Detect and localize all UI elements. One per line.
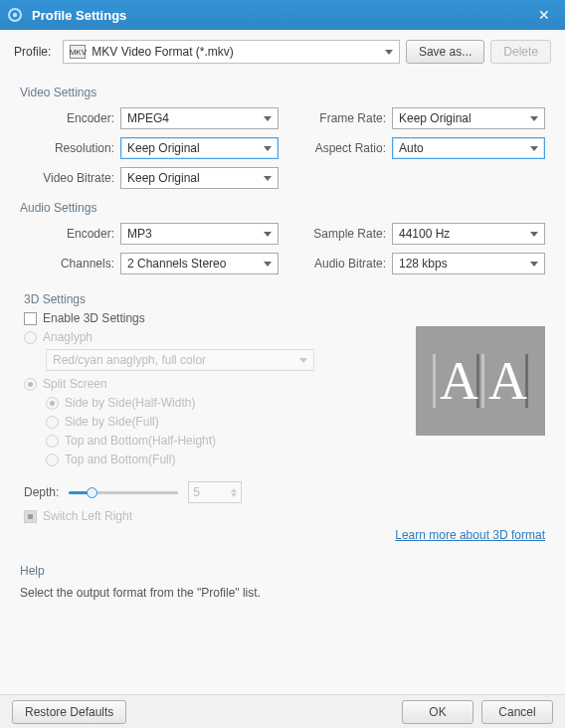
video-encoder-label: Encoder: — [20, 111, 114, 125]
chevron-down-icon — [264, 232, 272, 237]
chevron-down-icon — [264, 262, 272, 267]
profile-value: MKV Video Format (*.mkv) — [92, 45, 385, 59]
anaglyph-radio — [24, 331, 37, 344]
video-group-title: Video Settings — [20, 86, 545, 99]
restore-defaults-button[interactable]: Restore Defaults — [12, 700, 126, 724]
chevron-down-icon — [530, 232, 538, 237]
depth-row: Depth: 5 — [24, 481, 545, 503]
help-group-title: Help — [20, 564, 545, 578]
switch-left-right-row: Switch Left Right — [24, 509, 545, 523]
chevron-down-icon — [264, 176, 272, 181]
three-d-preview: A A — [416, 326, 545, 436]
audio-bitrate-label: Audio Bitrate: — [296, 257, 386, 271]
profile-select[interactable]: MKV MKV Video Format (*.mkv) — [63, 40, 400, 64]
chevron-down-icon — [299, 358, 307, 363]
delete-button: Delete — [490, 40, 551, 64]
resolution-label: Resolution: — [20, 141, 114, 155]
sbs-full-row: Side by Side(Full) — [46, 415, 398, 429]
spin-down-icon — [231, 493, 237, 497]
svg-point-1 — [13, 13, 17, 17]
depth-slider[interactable] — [69, 485, 178, 499]
frame-rate-select[interactable]: Keep Original — [392, 107, 545, 129]
preview-letter: A — [433, 354, 479, 408]
resolution-select[interactable]: Keep Original — [120, 137, 279, 159]
profile-label: Profile: — [14, 45, 51, 59]
audio-encoder-label: Encoder: — [20, 227, 114, 241]
profile-row: Profile: MKV MKV Video Format (*.mkv) Sa… — [0, 30, 565, 70]
anaglyph-label: Anaglyph — [43, 330, 93, 344]
anaglyph-type-select: Red/cyan anaglyph, full color — [46, 349, 314, 371]
profile-settings-window: Profile Settings ✕ Profile: MKV MKV Vide… — [0, 0, 565, 728]
spin-up-icon — [231, 488, 237, 492]
depth-spinner: 5 — [188, 481, 242, 503]
save-as-button[interactable]: Save as... — [406, 40, 484, 64]
chevron-down-icon — [385, 50, 393, 55]
titlebar: Profile Settings ✕ — [0, 0, 565, 30]
learn-more-link[interactable]: Learn more about 3D format — [395, 528, 545, 542]
cancel-button[interactable]: Cancel — [481, 700, 553, 724]
tb-full-radio — [46, 454, 59, 466]
aspect-ratio-select[interactable]: Auto — [392, 137, 545, 159]
chevron-down-icon — [264, 146, 272, 151]
chevron-down-icon — [530, 262, 538, 267]
close-button[interactable]: ✕ — [529, 3, 559, 27]
video-encoder-select[interactable]: MPEG4 — [120, 107, 279, 129]
help-text: Select the output format from the "Profi… — [20, 586, 545, 600]
channels-label: Channels: — [20, 257, 114, 271]
split-screen-label: Split Screen — [43, 377, 107, 391]
mkv-icon: MKV — [70, 45, 86, 59]
audio-group-title: Audio Settings — [20, 201, 545, 215]
audio-settings-group: Audio Settings Encoder: MP3 Sample Rate:… — [20, 201, 545, 274]
gear-icon — [6, 6, 24, 24]
video-bitrate-select[interactable]: Keep Original — [120, 167, 279, 189]
frame-rate-label: Frame Rate: — [296, 111, 386, 125]
help-group: Help Select the output format from the "… — [20, 564, 545, 600]
sample-rate-select[interactable]: 44100 Hz — [392, 223, 545, 245]
learn-more-row: Learn more about 3D format — [20, 528, 545, 542]
enable-3d-row[interactable]: Enable 3D Settings — [24, 311, 398, 325]
channels-select[interactable]: 2 Channels Stereo — [120, 253, 279, 274]
sbs-half-radio — [46, 397, 59, 410]
ok-button[interactable]: OK — [402, 700, 473, 724]
tb-half-row: Top and Bottom(Half-Height) — [46, 434, 398, 448]
sbs-full-radio — [46, 416, 59, 429]
enable-3d-label: Enable 3D Settings — [43, 311, 145, 325]
chevron-down-icon — [530, 146, 538, 151]
tb-full-row: Top and Bottom(Full) — [46, 453, 398, 466]
three-d-settings-group: 3D Settings Enable 3D Settings Anaglyph … — [20, 292, 545, 542]
audio-encoder-select[interactable]: MP3 — [120, 223, 279, 245]
sample-rate-label: Sample Rate: — [296, 227, 386, 241]
aspect-ratio-label: Aspect Ratio: — [296, 141, 386, 155]
switch-lr-checkbox — [24, 510, 37, 523]
split-screen-row: Split Screen — [24, 377, 398, 391]
dialog-footer: Restore Defaults OK Cancel — [0, 694, 565, 728]
slider-thumb-icon[interactable] — [87, 487, 97, 498]
tb-half-radio — [46, 435, 59, 448]
preview-letter: A — [481, 354, 528, 408]
depth-label: Depth: — [24, 485, 59, 499]
switch-lr-label: Switch Left Right — [43, 509, 132, 523]
split-screen-radio — [24, 378, 37, 391]
audio-bitrate-select[interactable]: 128 kbps — [392, 253, 545, 274]
video-bitrate-label: Video Bitrate: — [20, 171, 114, 185]
chevron-down-icon — [264, 116, 272, 121]
chevron-down-icon — [530, 116, 538, 121]
three-d-group-title: 3D Settings — [24, 292, 398, 306]
enable-3d-checkbox[interactable] — [24, 312, 37, 325]
sbs-half-row: Side by Side(Half-Width) — [46, 396, 398, 410]
anaglyph-row: Anaglyph — [24, 330, 398, 344]
window-title: Profile Settings — [32, 8, 529, 23]
settings-body: Video Settings Encoder: MPEG4 Frame Rate… — [0, 70, 565, 694]
video-settings-group: Video Settings Encoder: MPEG4 Frame Rate… — [20, 86, 545, 189]
